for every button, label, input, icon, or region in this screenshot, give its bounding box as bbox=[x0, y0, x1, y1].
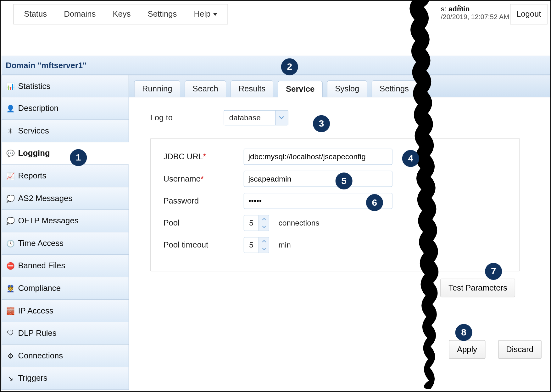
timeout-value: 5 bbox=[244, 237, 259, 253]
chevron-down-icon bbox=[275, 111, 288, 125]
triggers-icon: ↘ bbox=[6, 374, 15, 383]
sidebar-label: DLP Rules bbox=[18, 329, 56, 338]
torn-edge-decoration bbox=[405, 0, 443, 389]
sidebar-item-triggers[interactable]: ↘Triggers bbox=[2, 367, 129, 390]
sidebar-item-oftp[interactable]: 💭OFTP Messages bbox=[2, 210, 129, 232]
sidebar-label: OFTP Messages bbox=[18, 216, 78, 226]
reports-icon: 📈 bbox=[6, 172, 15, 180]
tab-results[interactable]: Results bbox=[231, 80, 274, 97]
nav-help-label: Help bbox=[194, 9, 210, 19]
tabs: Running Search Results Service Syslog Se… bbox=[129, 75, 551, 97]
callout-8: 8 bbox=[455, 324, 472, 341]
spin-down-icon[interactable] bbox=[259, 245, 269, 253]
services-icon: ✳ bbox=[6, 127, 15, 135]
nav-help[interactable]: Help bbox=[185, 9, 225, 19]
callout-5: 5 bbox=[336, 172, 353, 189]
description-icon: 👤 bbox=[6, 104, 15, 113]
callout-7: 7 bbox=[485, 263, 502, 280]
sidebar-item-as2[interactable]: 💭AS2 Messages bbox=[2, 187, 129, 210]
caret-down-icon bbox=[213, 13, 217, 16]
sidebar-label: IP Access bbox=[18, 306, 53, 316]
spin-up-icon[interactable] bbox=[259, 237, 269, 245]
ip-icon: 🧱 bbox=[6, 307, 15, 315]
callout-1: 1 bbox=[70, 149, 87, 166]
as2-icon: 💭 bbox=[6, 194, 15, 203]
logging-icon: 💬 bbox=[6, 149, 15, 158]
sidebar-item-logging[interactable]: 💬Logging bbox=[2, 142, 129, 165]
sidebar-item-description[interactable]: 👤Description bbox=[2, 97, 129, 120]
tab-service[interactable]: Service bbox=[278, 81, 323, 97]
oftp-icon: 💭 bbox=[6, 217, 15, 225]
pool-value: 5 bbox=[244, 215, 259, 231]
sidebar-label: Banned Files bbox=[18, 261, 65, 271]
sidebar-label: Reports bbox=[18, 171, 46, 181]
top-nav: Status Domains Keys Settings Help bbox=[14, 4, 228, 24]
sidebar-label: Connections bbox=[18, 351, 63, 361]
sidebar-label: Description bbox=[18, 104, 58, 113]
logout-button[interactable]: Logout bbox=[510, 4, 548, 24]
nav-domains[interactable]: Domains bbox=[55, 9, 104, 19]
timeout-label: Pool timeout bbox=[163, 240, 237, 250]
time-icon: 🕓 bbox=[6, 239, 15, 248]
logto-select[interactable]: database bbox=[224, 110, 288, 126]
compliance-icon: 👮 bbox=[6, 284, 15, 292]
callout-6: 6 bbox=[366, 194, 383, 211]
banned-icon: ⛔ bbox=[6, 262, 15, 270]
sidebar-label: Triggers bbox=[18, 374, 47, 383]
tab-syslog[interactable]: Syslog bbox=[327, 80, 367, 97]
callout-4: 4 bbox=[402, 150, 419, 167]
jdbc-input[interactable] bbox=[244, 149, 392, 165]
sidebar-item-ipaccess[interactable]: 🧱IP Access bbox=[2, 300, 129, 322]
connections-icon: ⚙ bbox=[6, 351, 15, 360]
domain-title: Domain "mftserver1" bbox=[6, 61, 86, 70]
jdbc-label: JDBC URL* bbox=[163, 152, 237, 161]
footer-buttons: Apply Discard bbox=[449, 340, 541, 359]
logto-value: database bbox=[224, 113, 275, 122]
callout-2: 2 bbox=[281, 58, 298, 75]
nav-status[interactable]: Status bbox=[15, 9, 55, 19]
sidebar-item-banned[interactable]: ⛔Banned Files bbox=[2, 255, 129, 277]
pool-label: Pool bbox=[163, 218, 237, 228]
tab-search[interactable]: Search bbox=[185, 80, 226, 97]
callout-3: 3 bbox=[313, 115, 330, 132]
discard-button[interactable]: Discard bbox=[498, 340, 541, 359]
spin-down-icon[interactable] bbox=[259, 223, 269, 231]
sidebar-label: Logging bbox=[18, 149, 50, 158]
timeout-spinner[interactable]: 5 bbox=[244, 237, 269, 253]
user-info: s: admin /20/2019, 12:07:52 AM bbox=[441, 5, 509, 21]
nav-keys[interactable]: Keys bbox=[104, 9, 139, 19]
domain-title-bar: Domain "mftserver1" bbox=[2, 56, 551, 75]
timeout-suffix: min bbox=[279, 241, 291, 249]
sidebar-item-statistics[interactable]: 📊Statistics bbox=[2, 75, 129, 97]
logto-label: Log to bbox=[150, 113, 173, 122]
password-label: Password bbox=[163, 196, 237, 206]
sidebar-item-reports[interactable]: 📈Reports bbox=[2, 165, 129, 188]
db-fieldset: JDBC URL* Username* Password Pool 5 bbox=[150, 138, 520, 271]
statistics-icon: 📊 bbox=[6, 82, 15, 90]
sidebar-label: Compliance bbox=[18, 284, 61, 293]
username-input[interactable] bbox=[244, 171, 392, 187]
apply-button[interactable]: Apply bbox=[449, 340, 485, 359]
sidebar-label: AS2 Messages bbox=[18, 194, 72, 203]
sidebar-item-dlp[interactable]: 🛡DLP Rules bbox=[2, 322, 129, 345]
sidebar-item-timeaccess[interactable]: 🕓Time Access bbox=[2, 232, 129, 255]
sidebar-item-connections[interactable]: ⚙Connections bbox=[2, 345, 129, 368]
nav-settings[interactable]: Settings bbox=[139, 9, 186, 19]
username-label: Username* bbox=[163, 174, 237, 184]
dlp-icon: 🛡 bbox=[6, 329, 15, 338]
tab-running[interactable]: Running bbox=[134, 80, 180, 97]
test-parameters-button[interactable]: Test Parameters bbox=[440, 279, 515, 297]
sidebar-item-services[interactable]: ✳Services bbox=[2, 120, 129, 143]
sidebar: 📊Statistics 👤Description ✳Services 💬Logg… bbox=[2, 75, 129, 389]
spin-up-icon[interactable] bbox=[259, 215, 269, 223]
user-datetime: /20/2019, 12:07:52 AM bbox=[441, 14, 509, 21]
sidebar-label: Statistics bbox=[18, 81, 50, 91]
pool-suffix: connections bbox=[279, 219, 320, 227]
sidebar-label: Services bbox=[18, 126, 49, 136]
pool-spinner[interactable]: 5 bbox=[244, 215, 269, 231]
sidebar-label: Time Access bbox=[18, 239, 64, 248]
sidebar-item-compliance[interactable]: 👮Compliance bbox=[2, 277, 129, 300]
